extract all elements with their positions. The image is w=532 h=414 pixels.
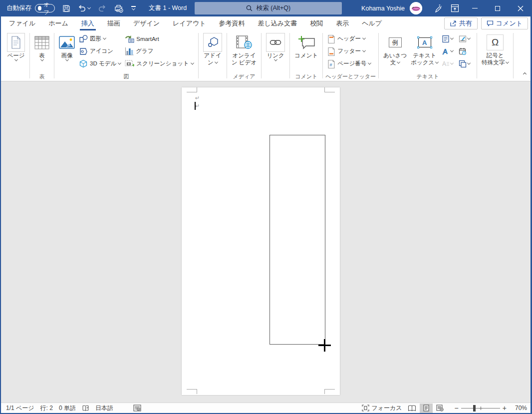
line-number-status[interactable]: 行: 2 bbox=[37, 403, 56, 413]
word-count-status[interactable]: 0 単語 bbox=[56, 403, 79, 413]
table-button[interactable]: 表 bbox=[32, 31, 51, 61]
language-status[interactable]: 日本語 bbox=[92, 403, 116, 413]
shapes-button[interactable]: 図形 bbox=[77, 32, 123, 45]
tab-references[interactable]: 参考資料 bbox=[213, 16, 251, 30]
3d-models-button[interactable]: 3D モデル bbox=[77, 57, 123, 70]
tab-help[interactable]: ヘルプ bbox=[356, 16, 388, 30]
chart-icon bbox=[125, 47, 134, 55]
footer-icon bbox=[327, 47, 335, 56]
avatar[interactable] bbox=[410, 2, 422, 14]
image-button[interactable]: 画像 bbox=[57, 31, 77, 61]
print-layout-button[interactable] bbox=[420, 404, 433, 413]
pages-button[interactable]: ページ bbox=[5, 31, 27, 61]
wordart-icon: A bbox=[442, 47, 450, 55]
tab-draw[interactable]: 描画 bbox=[101, 16, 126, 30]
autosave-toggle-knob bbox=[38, 6, 41, 10]
zoom-out-button[interactable]: − bbox=[452, 404, 461, 412]
group-links-label bbox=[264, 72, 287, 81]
maximize-button[interactable] bbox=[486, 0, 509, 16]
zoom-in-button[interactable]: + bbox=[500, 404, 509, 412]
addins-button[interactable]: アドイ ン bbox=[201, 31, 224, 66]
focus-label: フォーカス bbox=[371, 404, 402, 413]
image-chevron bbox=[65, 58, 68, 61]
wordart-icon-text: A bbox=[442, 47, 448, 55]
online-video-label-2: ン ビデオ bbox=[232, 59, 257, 66]
ink-pen-button[interactable] bbox=[429, 0, 446, 16]
symbol-label-2: 特殊文字 bbox=[482, 59, 505, 66]
object-button[interactable] bbox=[457, 57, 474, 70]
shapes-icon bbox=[79, 34, 88, 43]
status-bar: 1/1 ページ 行: 2 0 単語 日本語 フォーカス − bbox=[0, 403, 532, 414]
greeting-label-1: あいさつ bbox=[383, 52, 407, 59]
tab-layout[interactable]: レイアウト bbox=[167, 16, 212, 30]
chart-button[interactable]: グラフ bbox=[123, 45, 196, 57]
group-header-footer: ヘッダー フッター # ページ番号 ヘッダーとフッター bbox=[323, 31, 378, 81]
close-button[interactable] bbox=[509, 0, 532, 16]
tab-insert[interactable]: 挿入 bbox=[75, 16, 100, 30]
signature-line-button[interactable] bbox=[457, 32, 474, 45]
group-pages-label bbox=[5, 72, 27, 81]
printer-check-icon bbox=[114, 4, 124, 13]
zoom-slider-track[interactable] bbox=[461, 405, 500, 412]
document-canvas[interactable]: ↵ ↵ bbox=[0, 81, 532, 403]
ribbon-tab-row: ファイル ホーム 挿入 描画 デザイン レイアウト 参考資料 差し込み文書 校閲… bbox=[0, 16, 532, 30]
wordart-button[interactable]: A bbox=[440, 45, 457, 57]
object-chevron bbox=[467, 61, 471, 65]
zoom-slider-handle[interactable] bbox=[473, 405, 476, 412]
link-button[interactable]: リンク bbox=[264, 31, 287, 61]
group-pages: ページ bbox=[3, 31, 29, 81]
new-comment-button[interactable]: コメント bbox=[292, 31, 320, 59]
drawn-rectangle-shape[interactable] bbox=[269, 135, 325, 345]
search-box[interactable]: 検索 (Alt+Q) bbox=[195, 2, 342, 14]
tab-file[interactable]: ファイル bbox=[3, 16, 41, 30]
header-button[interactable]: ヘッダー bbox=[325, 32, 373, 45]
group-separator bbox=[322, 33, 323, 78]
macro-record-button[interactable] bbox=[130, 403, 144, 413]
table-icon bbox=[34, 36, 49, 49]
smartart-button[interactable]: SmartArt bbox=[123, 32, 196, 45]
redo-button[interactable] bbox=[98, 4, 106, 12]
customize-quick-access-button[interactable] bbox=[131, 6, 136, 10]
tab-mailings[interactable]: 差し込み文書 bbox=[252, 16, 303, 30]
quick-parts-button[interactable] bbox=[440, 32, 457, 45]
page-number-button[interactable]: # ページ番号 bbox=[325, 57, 373, 70]
tab-design[interactable]: デザイン bbox=[127, 16, 166, 30]
ribbon-display-options-button[interactable] bbox=[446, 0, 463, 16]
drop-cap-button[interactable]: A bbox=[440, 57, 457, 70]
print-preview-button[interactable] bbox=[114, 4, 124, 13]
group-illustrations-label: 図 bbox=[57, 72, 196, 81]
zoom-level[interactable]: 70% bbox=[515, 405, 527, 412]
collapse-ribbon-button[interactable] bbox=[524, 70, 526, 77]
date-time-button[interactable] bbox=[457, 45, 474, 57]
textbox-icon: A bbox=[418, 37, 431, 47]
share-button[interactable]: 共有 bbox=[444, 17, 478, 29]
focus-mode-button[interactable]: フォーカス bbox=[359, 404, 405, 413]
save-button[interactable] bbox=[62, 4, 70, 12]
textbox-button[interactable]: A テキスト ボックス bbox=[409, 31, 440, 66]
autosave-toggle[interactable]: オフ bbox=[35, 4, 55, 12]
comment-toggle-button[interactable]: コメント bbox=[481, 17, 528, 29]
read-mode-button[interactable] bbox=[406, 404, 419, 413]
minimize-button[interactable] bbox=[463, 0, 486, 16]
tab-home[interactable]: ホーム bbox=[42, 16, 74, 30]
screenshot-button[interactable]: スクリーンショット bbox=[123, 57, 196, 70]
page-count-status[interactable]: 1/1 ページ bbox=[6, 403, 37, 413]
proofing-status-button[interactable] bbox=[79, 403, 92, 413]
symbol-button[interactable]: Ω 記号と 特殊文字 bbox=[480, 31, 511, 66]
online-video-button[interactable]: オンライ ン ビデオ bbox=[230, 31, 259, 66]
online-video-label-1: オンライ bbox=[232, 52, 256, 59]
web-layout-button[interactable] bbox=[434, 404, 447, 413]
tab-view[interactable]: 表示 bbox=[330, 16, 355, 30]
chart-label: グラフ bbox=[136, 47, 153, 55]
smartart-label: SmartArt bbox=[136, 36, 159, 42]
text-minigrid: A A bbox=[440, 31, 474, 70]
icons-button[interactable]: アイコン bbox=[77, 45, 123, 57]
document-title: 文書 1 - Word bbox=[149, 4, 187, 12]
greeting-button[interactable]: 例 あいさつ 文 bbox=[381, 31, 409, 66]
footer-chevron bbox=[362, 49, 366, 52]
footer-button[interactable]: フッター bbox=[325, 45, 373, 57]
undo-button[interactable] bbox=[78, 4, 90, 12]
tab-review[interactable]: 校閲 bbox=[304, 16, 329, 30]
new-comment-icon bbox=[297, 35, 315, 50]
group-text: 例 あいさつ 文 A テキスト ボックス bbox=[379, 31, 476, 81]
